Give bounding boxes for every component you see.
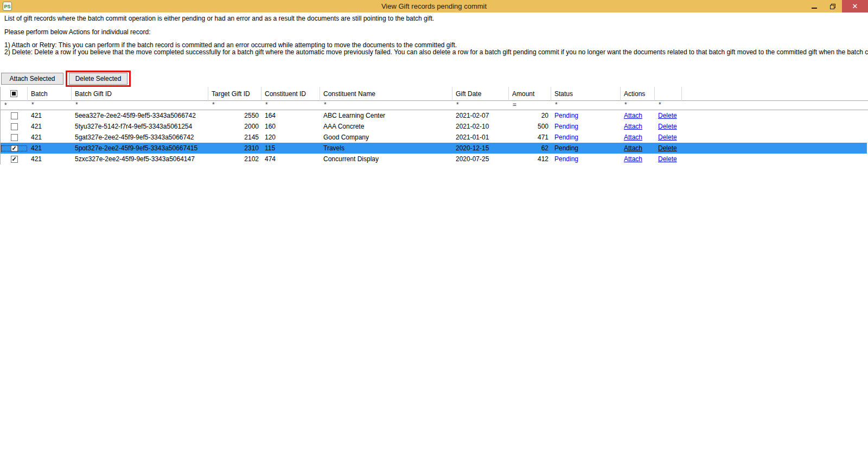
attach-link[interactable]: Attach [624,144,642,152]
gift-date-cell: 2020-07-25 [452,155,509,163]
delete-link[interactable]: Delete [658,112,677,119]
restore-button[interactable] [824,0,842,12]
filter-target-gift-id[interactable]: * [208,101,261,110]
constituent-id-cell: 474 [261,155,320,163]
window-controls: ✕ [805,0,868,12]
row-checkbox-checked[interactable]: ✓ [11,156,18,163]
delete-selected-button[interactable]: Delete Selected [69,73,127,85]
row-checkbox-cell[interactable]: ✓ [1,145,28,152]
row-checkbox-cell[interactable] [1,134,28,141]
attach-link[interactable]: Attach [624,123,642,130]
delete-selected-highlight: Delete Selected [66,71,131,87]
table-row[interactable]: 421 5eea327e-2ee2-45f9-9ef5-3343a5066742… [1,110,868,121]
intro-line-1: List of gift records where the batch com… [4,15,434,22]
select-all-header-cell[interactable] [1,87,28,101]
constituent-name-cell: AAA Concrete [320,123,452,130]
amount-cell: 500 [509,123,551,130]
column-header-batch[interactable]: Batch [28,87,72,101]
column-header-status[interactable]: Status [551,87,621,101]
batch-cell: 421 [28,134,72,141]
gift-date-cell: 2020-12-15 [452,144,509,152]
attach-link[interactable]: Attach [624,112,642,119]
column-header-actions-2 [655,87,682,101]
minimize-icon [812,8,817,9]
status-cell: Pending [551,134,621,141]
delete-link[interactable]: Delete [658,134,677,141]
window-title: View Gift records pending commit [0,0,868,12]
grid-filter-row: * * * * * * * = * * * [1,101,868,110]
target-gift-id-cell: 2550 [208,112,261,119]
column-header-constituent-name[interactable]: Constituent Name [320,87,452,101]
intro-line-2: Please perform below Actions for individ… [4,28,150,36]
intro-line-3: 1) Attach or Retry: This you can perform… [4,41,457,49]
gift-date-cell: 2021-02-07 [452,112,509,119]
row-checkbox-cell[interactable] [1,123,28,130]
row-checkbox[interactable] [11,134,18,141]
gift-records-grid: Batch Batch Gift ID Target Gift ID Const… [0,87,868,164]
filter-batch[interactable]: * [28,101,72,110]
filter-constituent-name[interactable]: * [320,101,452,110]
delete-link[interactable]: Delete [658,155,677,163]
status-cell: Pending [551,144,621,152]
column-header-constituent-id[interactable]: Constituent ID [261,87,320,101]
indeterminate-check-icon [12,92,16,96]
batch-gift-id-cell: 5zxc327e-2ee2-45f9-9ef5-3343a5064147 [72,155,208,163]
filter-batch-gift-id[interactable]: * [72,101,208,110]
minimize-button[interactable] [805,0,824,12]
attach-selected-button[interactable]: Attach Selected [1,73,63,85]
close-button[interactable]: ✕ [842,0,868,12]
status-cell: Pending [551,155,621,163]
filter-actions-attach[interactable]: * [621,101,655,110]
attach-link[interactable]: Attach [624,155,642,163]
amount-cell: 62 [509,144,551,152]
amount-cell: 471 [509,134,551,141]
row-checkbox[interactable] [11,123,18,130]
gift-date-cell: 2021-02-10 [452,123,509,130]
row-checkbox-cell[interactable]: ✓ [1,156,28,163]
batch-gift-id-cell: 5pot327e-2ee2-45f9-9ef5-3343a50667415 [72,144,208,152]
filter-actions-delete[interactable]: * [655,101,682,110]
delete-link[interactable]: Delete [658,123,677,130]
grid-header-row: Batch Batch Gift ID Target Gift ID Const… [1,87,868,101]
titlebar: PS View Gift records pending commit ✕ [0,0,868,12]
batch-gift-id-cell: 5eea327e-2ee2-45f9-9ef5-3343a5066742 [72,112,208,119]
column-header-amount[interactable]: Amount [509,87,551,101]
column-header-actions[interactable]: Actions [621,87,655,101]
row-checkbox-cell[interactable] [1,112,28,119]
constituent-name-cell: Travels [320,144,452,152]
status-cell: Pending [551,112,621,119]
row-checkbox[interactable] [11,112,18,119]
filter-constituent-id[interactable]: * [261,101,320,110]
filter-status[interactable]: * [551,101,621,110]
batch-gift-id-cell: 5gat327e-2ee2-45f9-9ef5-3343a5066742 [72,134,208,141]
target-gift-id-cell: 2145 [208,134,261,141]
batch-cell: 421 [28,144,72,152]
column-header-target-gift-id[interactable]: Target Gift ID [208,87,261,101]
table-row[interactable]: 421 5tyu327e-5142-f7r4-9ef5-3343a5061254… [1,121,868,132]
delete-link[interactable]: Delete [658,144,677,152]
select-all-checkbox[interactable] [10,90,17,97]
gift-date-cell: 2021-01-01 [452,134,509,141]
table-row[interactable]: ✓ 421 5zxc327e-2ee2-45f9-9ef5-3343a50641… [1,154,868,164]
batch-cell: 421 [28,123,72,130]
batch-gift-id-cell: 5tyu327e-5142-f7r4-9ef5-3343a5061254 [72,123,208,130]
filter-select[interactable]: * [1,101,28,110]
attach-link[interactable]: Attach [624,134,642,141]
constituent-id-cell: 160 [261,123,320,130]
amount-cell: 20 [509,112,551,119]
status-cell: Pending [551,123,621,130]
target-gift-id-cell: 2000 [208,123,261,130]
constituent-name-cell: ABC Learning Center [320,112,452,119]
row-checkbox-checked[interactable]: ✓ [11,145,18,152]
constituent-id-cell: 164 [261,112,320,119]
table-row-selected[interactable]: ✓ 421 5pot327e-2ee2-45f9-9ef5-3343a50667… [1,143,867,154]
constituent-name-cell: Good Company [320,134,452,141]
table-row[interactable]: 421 5gat327e-2ee2-45f9-9ef5-3343a5066742… [1,132,868,143]
restore-icon [830,4,835,9]
filter-amount[interactable]: = [509,101,551,110]
column-header-batch-gift-id[interactable]: Batch Gift ID [72,87,208,101]
filter-gift-date[interactable]: * [452,101,509,110]
column-header-gift-date[interactable]: Gift Date [452,87,509,101]
amount-cell: 412 [509,155,551,163]
batch-cell: 421 [28,112,72,119]
